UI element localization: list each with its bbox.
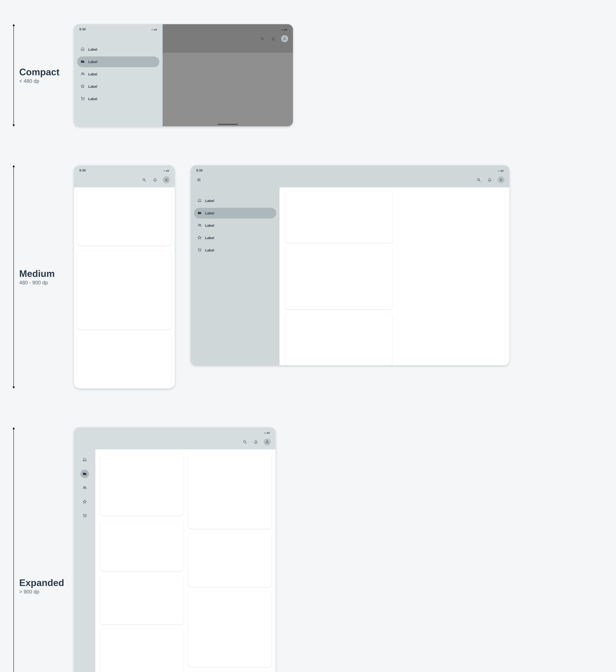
content-scrim <box>163 24 293 126</box>
cart-icon <box>83 514 87 518</box>
search-icon[interactable] <box>242 439 248 445</box>
height-indicator-arrow <box>13 24 16 126</box>
content-card[interactable] <box>188 453 271 529</box>
nav-item-folder[interactable] <box>80 470 89 478</box>
content-card[interactable] <box>285 314 393 365</box>
nav-label: Label <box>205 211 214 215</box>
search-icon[interactable] <box>259 35 266 42</box>
content-card[interactable] <box>100 629 184 672</box>
nav-label: Label <box>88 47 97 52</box>
medium-tablet-device: 9:30 Label Label Label Label <box>191 165 509 365</box>
medium-label-group: Medium 480 - 900 dp <box>13 165 69 388</box>
star-icon <box>83 500 87 504</box>
top-app-bar <box>74 437 275 449</box>
content-card[interactable] <box>77 250 171 330</box>
gesture-handle <box>218 124 238 125</box>
status-bar <box>163 24 293 33</box>
nav-item-cart[interactable]: Label <box>77 94 159 104</box>
content-card[interactable] <box>188 592 271 667</box>
folder-icon <box>81 59 85 64</box>
nav-label: Label <box>205 248 214 252</box>
medium-phone-device: 9:30 <box>74 165 175 388</box>
folder-icon <box>83 472 87 476</box>
compact-label-group: Compact < 480 dp <box>13 24 69 126</box>
nav-label: Label <box>88 97 97 101</box>
content-card[interactable] <box>100 576 184 625</box>
status-bar: 9:30 <box>74 24 163 33</box>
star-icon <box>81 84 85 89</box>
bell-icon[interactable] <box>152 177 158 183</box>
user-avatar[interactable] <box>163 176 170 183</box>
status-time: 9:30 <box>79 169 86 172</box>
compact-tablet-device: 9:30 Label Label Label Label Label <box>74 24 293 126</box>
nav-item-cart[interactable] <box>80 512 89 520</box>
hamburger-icon[interactable] <box>196 177 202 183</box>
top-app-bar <box>163 33 293 46</box>
nav-label: Label <box>205 224 214 228</box>
nav-item-home[interactable]: Label <box>77 44 159 55</box>
home-icon <box>198 198 202 203</box>
nav-label: Label <box>88 85 97 89</box>
nav-item-folder[interactable]: Label <box>77 56 159 67</box>
expanded-label-group: Expanded > 900 dp <box>13 427 69 672</box>
people-icon <box>83 486 87 490</box>
content-card[interactable] <box>100 453 184 516</box>
star-icon <box>198 235 202 240</box>
bell-icon[interactable] <box>270 35 277 42</box>
section-title: Medium <box>19 268 55 279</box>
home-icon <box>81 47 85 52</box>
status-time: 9:30 <box>196 169 203 172</box>
section-subtitle: 480 - 900 dp <box>19 280 55 286</box>
search-icon[interactable] <box>141 177 147 183</box>
content-card[interactable] <box>77 334 171 388</box>
height-indicator-arrow <box>13 427 16 672</box>
nav-item-home[interactable] <box>80 456 89 464</box>
nav-label: Label <box>88 60 97 64</box>
user-avatar[interactable] <box>497 176 504 183</box>
search-icon[interactable] <box>475 177 482 183</box>
section-subtitle: < 480 dp <box>19 78 59 84</box>
bell-icon[interactable] <box>253 439 259 445</box>
content-card[interactable] <box>397 191 505 365</box>
folder-icon <box>198 211 202 216</box>
status-bar: 9:30 <box>191 165 509 174</box>
nav-item-star[interactable]: Label <box>77 81 159 92</box>
content-card[interactable] <box>285 247 393 309</box>
content-area <box>95 449 275 672</box>
content-card[interactable] <box>100 520 184 571</box>
status-icons <box>151 27 157 31</box>
people-icon <box>81 72 85 77</box>
status-time: 9:30 <box>79 27 86 31</box>
nav-item-folder[interactable]: Label <box>194 208 276 219</box>
cart-icon <box>198 248 202 253</box>
nav-label: Label <box>88 72 97 76</box>
content-card[interactable] <box>285 191 393 243</box>
nav-item-people[interactable] <box>80 484 89 492</box>
height-indicator-arrow <box>13 165 16 388</box>
nav-item-people[interactable]: Label <box>77 69 159 80</box>
status-icons <box>264 431 270 434</box>
content-card[interactable] <box>188 533 271 587</box>
nav-item-star[interactable]: Label <box>194 233 276 243</box>
section-subtitle: > 900 dp <box>19 589 64 595</box>
bell-icon[interactable] <box>486 177 493 183</box>
nav-label: Label <box>205 236 214 240</box>
nav-item-star[interactable] <box>80 498 89 506</box>
user-avatar[interactable] <box>264 438 271 445</box>
nav-item-people[interactable]: Label <box>194 220 276 231</box>
home-icon <box>83 458 87 462</box>
nav-item-cart[interactable]: Label <box>194 245 276 256</box>
nav-drawer: Label Label Label Label Label <box>74 43 163 106</box>
content-area <box>280 187 509 365</box>
content-card[interactable] <box>77 191 171 246</box>
people-icon <box>198 223 202 228</box>
section-title: Expanded <box>19 577 64 588</box>
expanded-tablet-device <box>74 427 275 672</box>
nav-item-home[interactable]: Label <box>194 195 276 206</box>
user-avatar[interactable] <box>281 35 288 42</box>
status-icons <box>163 169 169 172</box>
nav-label: Label <box>205 199 214 203</box>
top-app-bar <box>74 174 175 187</box>
content-area <box>74 187 175 388</box>
status-icons <box>498 169 504 172</box>
